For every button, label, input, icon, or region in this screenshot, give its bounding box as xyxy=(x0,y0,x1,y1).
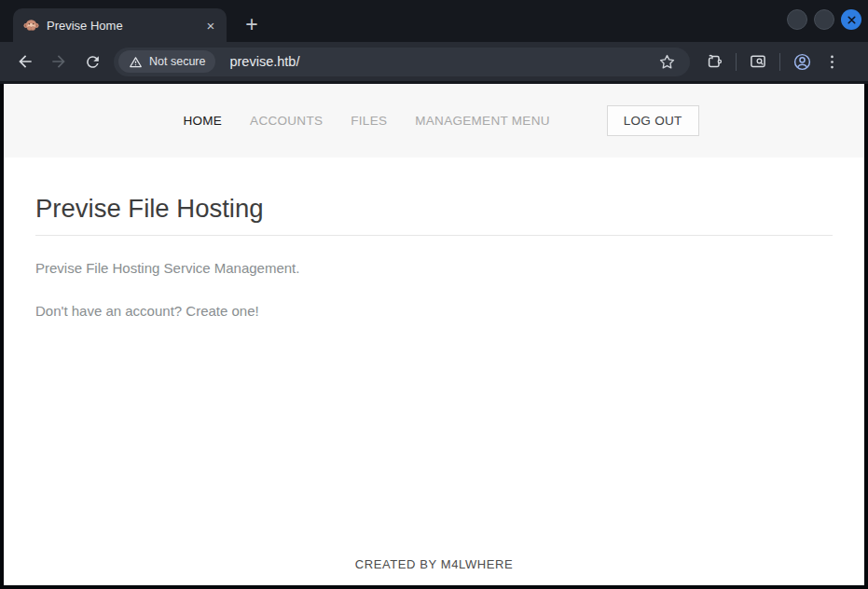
side-search-icon xyxy=(749,52,767,71)
reload-icon xyxy=(84,53,102,71)
toolbar-actions xyxy=(699,47,847,76)
browser-tab[interactable]: Previse Home × xyxy=(13,8,227,42)
window-maximize-button[interactable] xyxy=(814,9,834,30)
back-button[interactable] xyxy=(9,46,41,77)
forward-button[interactable] xyxy=(43,46,75,77)
nav-item-home[interactable]: HOME xyxy=(183,114,222,128)
tab-title: Previse Home xyxy=(47,19,195,33)
logout-button[interactable]: LOG OUT xyxy=(607,105,699,136)
profile-avatar-icon xyxy=(792,52,812,72)
reload-button[interactable] xyxy=(76,46,108,77)
monkey-favicon-icon xyxy=(23,18,39,34)
bookmark-star-icon xyxy=(658,53,676,71)
toolbar-divider xyxy=(736,53,737,71)
cta-prefix: Don't have an account? xyxy=(35,303,186,319)
cta-text: Don't have an account? Create one! xyxy=(35,303,833,319)
profile-avatar-button[interactable] xyxy=(787,47,817,76)
page-title: Previse File Hosting xyxy=(35,195,833,223)
browser-toolbar: Not secure previse.htb/ xyxy=(0,42,868,84)
intro-text: Previse File Hosting Service Management. xyxy=(35,260,833,276)
url-text: previse.htb/ xyxy=(229,54,299,69)
window-minimize-button[interactable] xyxy=(787,9,807,30)
window-close-button[interactable] xyxy=(841,9,861,30)
security-label: Not secure xyxy=(149,55,205,68)
nav-item-management-menu[interactable]: MANAGEMENT MENU xyxy=(415,114,550,128)
extensions-puzzle-icon xyxy=(705,52,723,71)
back-arrow-icon xyxy=(16,52,34,71)
window-controls xyxy=(787,9,861,30)
browser-menu-button[interactable] xyxy=(817,47,847,76)
browser-window: Previse Home × + xyxy=(0,0,868,589)
security-chip[interactable]: Not secure xyxy=(118,50,215,73)
site-navigation: HOME ACCOUNTS FILES MANAGEMENT MENU LOG … xyxy=(4,84,864,158)
address-bar[interactable]: Not secure previse.htb/ xyxy=(114,48,690,76)
toolbar-divider xyxy=(779,53,780,71)
title-divider xyxy=(35,235,833,236)
nav-item-accounts[interactable]: ACCOUNTS xyxy=(250,114,323,128)
close-x-icon xyxy=(846,14,858,26)
extensions-button[interactable] xyxy=(699,47,729,76)
tab-close-icon[interactable]: × xyxy=(202,17,219,34)
warning-triangle-icon xyxy=(129,55,143,69)
nav-item-files[interactable]: FILES xyxy=(351,114,387,128)
bookmark-button[interactable] xyxy=(654,49,679,74)
page-content: Previse File Hosting Previse File Hostin… xyxy=(4,158,864,557)
page-footer: CREATED BY M4LWHERE xyxy=(4,557,864,585)
create-account-link[interactable]: Create one! xyxy=(186,303,258,319)
new-tab-button[interactable]: + xyxy=(239,11,265,37)
forward-arrow-icon xyxy=(49,52,68,71)
web-page: HOME ACCOUNTS FILES MANAGEMENT MENU LOG … xyxy=(4,84,864,585)
tab-strip: Previse Home × + xyxy=(0,0,868,42)
side-search-button[interactable] xyxy=(743,47,773,76)
kebab-menu-icon xyxy=(823,53,841,71)
